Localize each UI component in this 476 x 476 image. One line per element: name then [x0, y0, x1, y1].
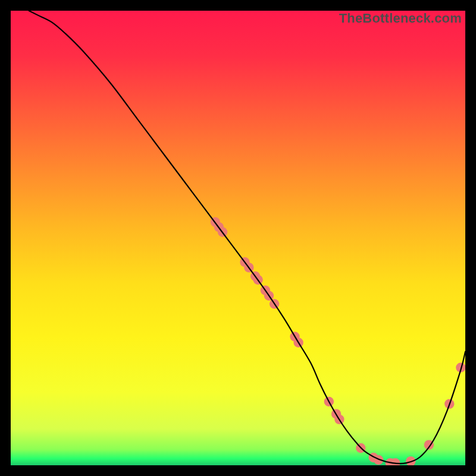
gradient-bg [11, 11, 465, 465]
chart-frame: TheBottleneck.com [11, 11, 465, 465]
bottleneck-chart [11, 11, 465, 465]
watermark-text: TheBottleneck.com [339, 11, 462, 26]
